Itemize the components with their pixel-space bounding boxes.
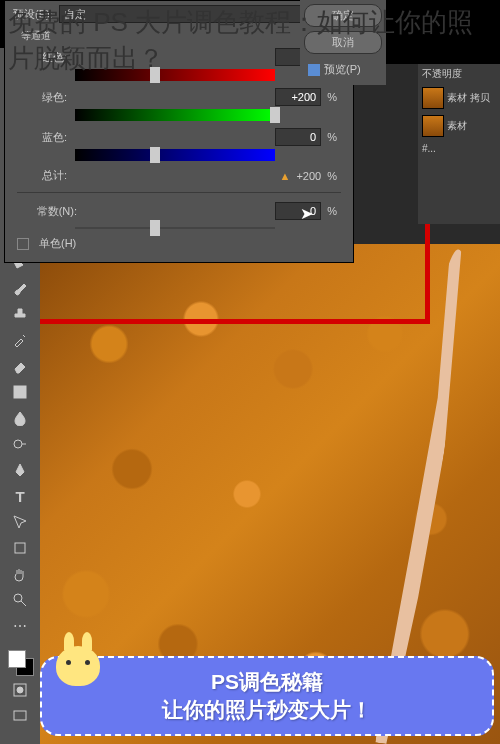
pen-tool-icon[interactable]	[8, 458, 32, 482]
svg-rect-4	[15, 543, 25, 553]
warning-icon: ▲	[280, 170, 291, 182]
quickmask-icon[interactable]	[8, 678, 32, 702]
blue-label: 蓝色:	[21, 130, 67, 145]
banner-line2: 让你的照片秒变大片！	[162, 696, 372, 724]
blue-unit: %	[327, 131, 337, 143]
cursor-icon: ➤	[300, 204, 313, 223]
green-value-input[interactable]	[275, 88, 321, 106]
gradient-tool-icon[interactable]	[8, 380, 32, 404]
layer-row-2[interactable]: 素材	[418, 112, 500, 140]
layers-panel: 不透明度 素材 拷贝 素材 #...	[418, 64, 500, 224]
shape-tool-icon[interactable]	[8, 536, 32, 560]
blue-value-input[interactable]	[275, 128, 321, 146]
brush-tool-icon[interactable]	[8, 276, 32, 300]
constant-slider[interactable]	[75, 227, 275, 229]
stamp-tool-icon[interactable]	[8, 302, 32, 326]
promo-banner: PS调色秘籍 让你的照片秒变大片！	[40, 656, 494, 736]
constant-value-input[interactable]	[275, 202, 321, 220]
history-brush-icon[interactable]	[8, 328, 32, 352]
color-swatch[interactable]	[6, 648, 34, 676]
total-label: 总计:	[21, 168, 67, 183]
total-unit: %	[327, 170, 337, 182]
bunny-icon	[56, 646, 100, 686]
edit-toolbar-icon[interactable]: ⋯	[8, 614, 32, 638]
layer-blend-row: #...	[418, 140, 500, 157]
path-tool-icon[interactable]	[8, 510, 32, 534]
constant-unit: %	[327, 205, 337, 217]
layer-name-1: 素材 拷贝	[447, 91, 490, 105]
eraser-tool-icon[interactable]	[8, 354, 32, 378]
type-tool-icon[interactable]: T	[8, 484, 32, 508]
layer-name-2: 素材	[447, 119, 467, 133]
mono-checkbox[interactable]	[17, 238, 29, 250]
fg-color[interactable]	[8, 650, 26, 668]
svg-point-3	[14, 440, 22, 448]
blue-slider[interactable]	[75, 149, 275, 161]
dodge-tool-icon[interactable]	[8, 432, 32, 456]
constant-label: 常数(N):	[21, 204, 77, 219]
layer-thumb-icon	[422, 87, 444, 109]
green-unit: %	[327, 91, 337, 103]
svg-rect-8	[14, 711, 26, 720]
blur-tool-icon[interactable]	[8, 406, 32, 430]
total-value: +200	[296, 170, 321, 182]
svg-rect-2	[14, 386, 26, 398]
banner-line1: PS调色秘籍	[211, 668, 323, 696]
mono-label: 单色(H)	[39, 236, 76, 251]
svg-point-5	[14, 594, 22, 602]
layer-thumb-icon	[422, 115, 444, 137]
svg-point-7	[17, 687, 23, 693]
green-slider[interactable]	[75, 109, 275, 121]
screenmode-icon[interactable]	[8, 704, 32, 728]
hand-tool-icon[interactable]	[8, 562, 32, 586]
green-label: 绿色:	[21, 90, 67, 105]
page-title: 免费的 PS 大片调色教程：如何让你的照片脱颖而出？	[8, 4, 492, 77]
layer-row-1[interactable]: 素材 拷贝	[418, 84, 500, 112]
zoom-tool-icon[interactable]	[8, 588, 32, 612]
